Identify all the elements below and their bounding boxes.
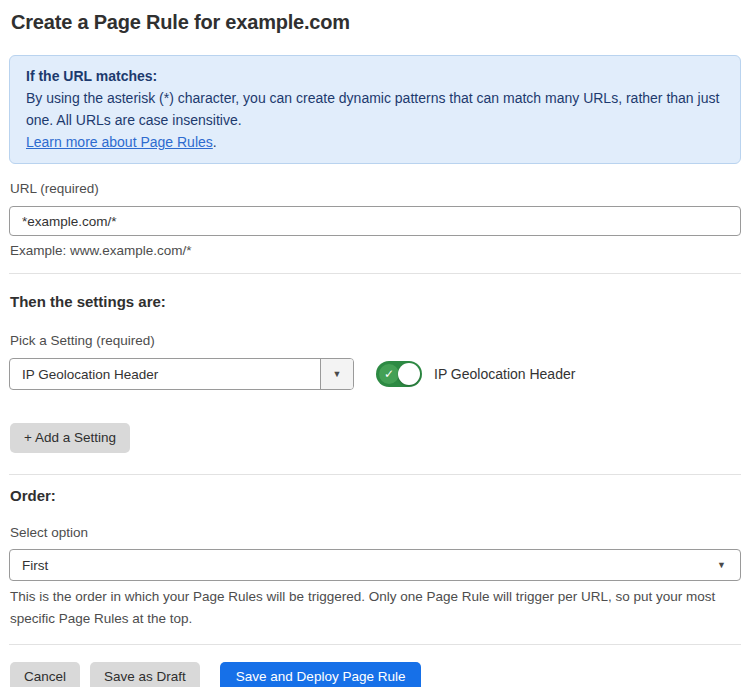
info-box-heading: If the URL matches: [26,65,724,87]
link-suffix: . [213,134,217,150]
divider [9,474,741,475]
setting-picker[interactable]: IP Geolocation Header ▼ [9,358,354,390]
url-field-label: URL (required) [10,181,741,197]
add-setting-button[interactable]: + Add a Setting [10,423,130,453]
toggle-knob [398,363,420,385]
url-match-info-box: If the URL matches: By using the asteris… [9,55,741,164]
create-page-rule-form: Create a Page Rule for example.com If th… [0,0,750,687]
cancel-button[interactable]: Cancel [10,662,80,687]
page-title: Create a Page Rule for example.com [11,10,741,34]
pick-setting-label: Pick a Setting (required) [10,333,741,349]
order-select-label: Select option [10,525,741,541]
order-select[interactable]: First ▼ [9,549,741,581]
chevron-down-icon: ▼ [333,369,342,379]
check-icon: ✓ [379,364,399,384]
chevron-down-icon: ▼ [717,560,726,570]
info-box-body: By using the asterisk (*) character, you… [26,87,724,131]
ip-geolocation-toggle[interactable]: ✓ [376,361,422,387]
order-helper-text: This is the order in which your Page Rul… [10,586,742,630]
order-select-value: First [22,558,48,573]
save-as-draft-button[interactable]: Save as Draft [90,662,200,687]
setting-row: IP Geolocation Header ▼ ✓ IP Geolocation… [9,358,741,390]
settings-section-heading: Then the settings are: [10,293,741,310]
order-section-heading: Order: [10,487,741,504]
url-example-helper: Example: www.example.com/* [10,243,741,259]
save-and-deploy-button[interactable]: Save and Deploy Page Rule [220,662,422,687]
info-box-link-line: Learn more about Page Rules. [26,131,724,153]
learn-more-link[interactable]: Learn more about Page Rules [26,134,213,150]
toggle-label: IP Geolocation Header [434,366,575,382]
divider [9,644,741,645]
url-input[interactable] [9,206,741,236]
setting-picker-value: IP Geolocation Header [10,359,320,389]
picker-arrow-button[interactable]: ▼ [320,359,353,389]
footer-actions: Cancel Save as Draft Save and Deploy Pag… [10,662,741,687]
divider [9,273,741,274]
